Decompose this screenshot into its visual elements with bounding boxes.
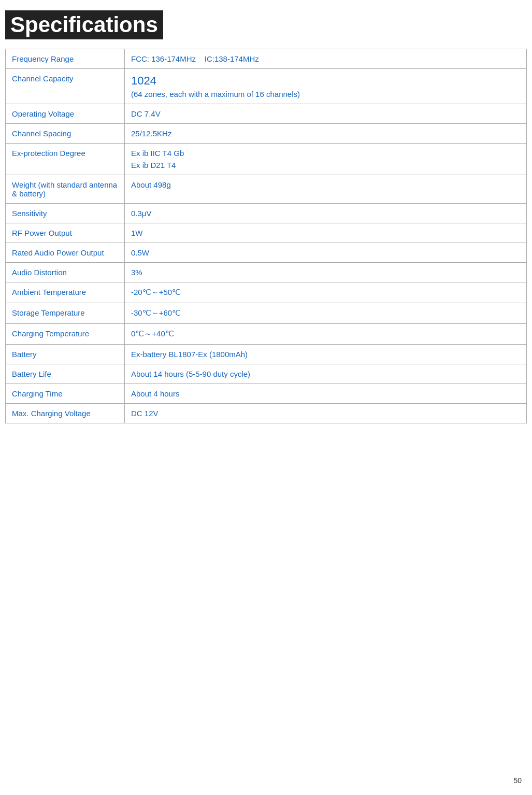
row-label-channel-capacity: Channel Capacity (6, 69, 125, 104)
row-value-rated-audio-power: 0.5W (125, 243, 527, 263)
row-label-charging-time: Charging Time (6, 384, 125, 404)
table-row: Battery Ex-battery BL1807-Ex (1800mAh) (6, 345, 527, 364)
row-label-battery: Battery (6, 345, 125, 364)
row-value-rf-power: 1W (125, 223, 527, 243)
row-label-sensitivity: Sensitivity (6, 204, 125, 223)
table-row: Channel Spacing 25/12.5KHz (6, 124, 527, 144)
row-value-charging-time: About 4 hours (125, 384, 527, 404)
table-row: Sensitivity 0.3μV (6, 204, 527, 223)
specifications-table: Frequency Range FCC: 136-174MHz IC:138-1… (5, 49, 527, 423)
row-label-charging-temp: Charging Temperature (6, 324, 125, 345)
row-value-operating-voltage: DC 7.4V (125, 104, 527, 124)
row-label-rated-audio-power: Rated Audio Power Output (6, 243, 125, 263)
table-row: Frequency Range FCC: 136-174MHz IC:138-1… (6, 49, 527, 69)
row-value-channel-spacing: 25/12.5KHz (125, 124, 527, 144)
row-value-ambient-temp: -20℃～+50℃ (125, 282, 527, 303)
table-row: Charging Time About 4 hours (6, 384, 527, 404)
row-label-rf-power: RF Power Output (6, 223, 125, 243)
table-row: Ambient Temperature -20℃～+50℃ (6, 282, 527, 303)
row-value-ex-protection: Ex ib IIC T4 Gb Ex ib D21 T4 (125, 144, 527, 175)
table-row: Channel Capacity 1024 (64 zones, each wi… (6, 69, 527, 104)
row-value-channel-capacity: 1024 (64 zones, each with a maximum of 1… (125, 69, 527, 104)
table-row: Rated Audio Power Output 0.5W (6, 243, 527, 263)
row-value-charging-temp: 0℃～+40℃ (125, 324, 527, 345)
row-label-weight: Weight (with standard antenna & battery) (6, 175, 125, 204)
row-label-operating-voltage: Operating Voltage (6, 104, 125, 124)
table-row: Audio Distortion 3% (6, 263, 527, 282)
row-label-frequency-range: Frequency Range (6, 49, 125, 69)
row-label-storage-temp: Storage Temperature (6, 303, 125, 324)
row-value-frequency-range: FCC: 136-174MHz IC:138-174MHz (125, 49, 527, 69)
row-value-max-charging-voltage: DC 12V (125, 404, 527, 423)
row-label-channel-spacing: Channel Spacing (6, 124, 125, 144)
row-label-max-charging-voltage: Max. Charging Voltage (6, 404, 125, 423)
table-row: Ex-protection Degree Ex ib IIC T4 Gb Ex … (6, 144, 527, 175)
row-value-sensitivity: 0.3μV (125, 204, 527, 223)
table-row: Weight (with standard antenna & battery)… (6, 175, 527, 204)
row-value-storage-temp: -30℃～+60℃ (125, 303, 527, 324)
row-label-ambient-temp: Ambient Temperature (6, 282, 125, 303)
row-value-battery: Ex-battery BL1807-Ex (1800mAh) (125, 345, 527, 364)
table-row: RF Power Output 1W (6, 223, 527, 243)
row-label-audio-distortion: Audio Distortion (6, 263, 125, 282)
table-row: Operating Voltage DC 7.4V (6, 104, 527, 124)
row-value-weight: About 498g (125, 175, 527, 204)
page-title: Specifications (5, 10, 163, 39)
table-row: Storage Temperature -30℃～+60℃ (6, 303, 527, 324)
row-value-audio-distortion: 3% (125, 263, 527, 282)
row-label-ex-protection: Ex-protection Degree (6, 144, 125, 175)
row-label-battery-life: Battery Life (6, 364, 125, 384)
table-row: Battery Life About 14 hours (5-5-90 duty… (6, 364, 527, 384)
table-row: Max. Charging Voltage DC 12V (6, 404, 527, 423)
row-value-battery-life: About 14 hours (5-5-90 duty cycle) (125, 364, 527, 384)
table-row: Charging Temperature 0℃～+40℃ (6, 324, 527, 345)
